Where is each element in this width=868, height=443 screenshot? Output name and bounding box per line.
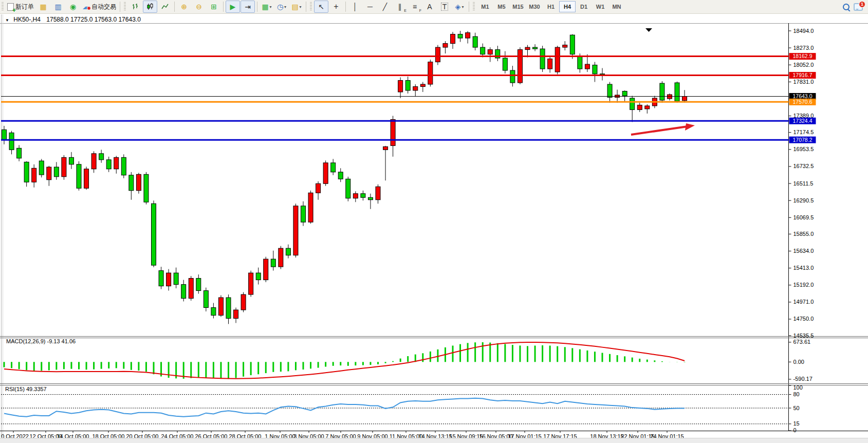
chart-window[interactable]: ▼ HK50-,H4 17588.0 17725.0 17563.0 17643… <box>0 13 868 438</box>
vertical-line-tool-button[interactable]: │ <box>348 1 362 13</box>
macd-axis-label: 0.00 <box>793 359 804 365</box>
timeframe-button-mn[interactable]: MN <box>608 1 625 12</box>
macd-axis-label: -590.17 <box>793 376 812 382</box>
candle <box>473 36 477 47</box>
arrows-icon: ◈ <box>455 3 461 10</box>
symbols-icon: ▦ <box>40 3 46 10</box>
candle <box>17 148 22 158</box>
chart-plot-area[interactable]: 18494.018273.018052.017831.017389.017174… <box>0 13 868 443</box>
text-tool-button[interactable]: A <box>422 1 437 13</box>
zoom-in-button[interactable]: ⊕ <box>177 1 191 13</box>
price-badge-text: 17916.7 <box>793 72 812 78</box>
candle <box>271 259 275 267</box>
periods-button[interactable]: ◷▾ <box>274 1 289 13</box>
candle <box>32 168 36 182</box>
vertical-line-icon: │ <box>353 3 358 10</box>
chart-candles-button[interactable] <box>143 1 157 13</box>
sound-alert-button[interactable]: ◉ <box>66 1 80 13</box>
rsi-indicator-label: RSI(15) 49.3357 <box>5 386 47 392</box>
rsi-axis-label: 0 <box>793 427 797 433</box>
candle <box>368 197 373 199</box>
channel-tool-button[interactable]: ∥E <box>393 1 407 13</box>
candle <box>204 291 208 308</box>
new-order-button[interactable]: + 新订单 <box>6 1 35 13</box>
candle <box>167 273 171 286</box>
zoom-out-button[interactable]: ⊖ <box>192 1 206 13</box>
chart-line-button[interactable] <box>158 1 172 13</box>
candle <box>398 80 403 91</box>
timeframe-button-m30[interactable]: M30 <box>526 1 543 12</box>
fibonacci-tool-button[interactable]: ≡F <box>408 1 422 13</box>
search-icon[interactable] <box>843 4 849 10</box>
candle <box>2 130 7 139</box>
timeframe-button-h1[interactable]: H1 <box>543 1 559 12</box>
rsi-axis-label: 80 <box>793 391 800 397</box>
price-axis-label: 15413.0 <box>793 265 814 271</box>
candle <box>91 154 96 169</box>
price-axis-label: 16290.5 <box>793 197 814 204</box>
price-axis-label: 15855.0 <box>793 231 814 237</box>
candle <box>443 44 448 47</box>
candle <box>607 84 612 97</box>
chevron-down-icon: ▾ <box>300 5 302 9</box>
candle <box>189 279 193 299</box>
candle <box>338 172 343 179</box>
candle <box>660 83 664 100</box>
chart-title: ▼ HK50-,H4 17588.0 17725.0 17563.0 17643… <box>5 16 141 23</box>
new-chart-button[interactable]: ▦▾ <box>260 1 274 13</box>
horizontal-line-tool-button[interactable]: ─ <box>363 1 377 13</box>
candle <box>174 273 178 284</box>
price-axis-label: 15192.0 <box>793 282 814 288</box>
candle <box>234 310 238 318</box>
arrows-tool-button[interactable]: ◈▾ <box>452 1 467 13</box>
rsi-line <box>4 398 685 417</box>
candle <box>405 80 410 90</box>
trendline-tool-button[interactable]: ╱ <box>378 1 392 13</box>
candle <box>458 34 463 38</box>
timeframe-button-h4[interactable]: H4 <box>559 1 576 12</box>
rsi-axis-label: 100 <box>793 384 803 391</box>
candle <box>84 169 89 188</box>
trend-arrow-head[interactable] <box>685 123 695 131</box>
timeframe-button-d1[interactable]: D1 <box>576 1 592 12</box>
fibonacci-icon: ≡ <box>413 3 417 10</box>
candle <box>316 183 321 193</box>
chat-bubble-icon[interactable]: 1 <box>854 3 863 11</box>
toolbar-drag-handle[interactable] <box>2 2 4 11</box>
candle <box>114 157 119 169</box>
candle <box>413 86 418 90</box>
candle <box>563 45 567 47</box>
chart-bars-button[interactable] <box>128 1 142 13</box>
text-label-tool-button[interactable]: T <box>437 1 452 13</box>
price-badge-text: 17570.6 <box>793 99 812 105</box>
crosshair-tool-button[interactable]: + <box>329 1 343 13</box>
timeframe-button-m15[interactable]: M15 <box>510 1 526 12</box>
candle <box>152 204 156 265</box>
timeframe-button-m5[interactable]: M5 <box>493 1 510 12</box>
new-chart-icon: ▦ <box>262 3 268 10</box>
candle <box>129 175 134 191</box>
rsi-panel <box>1 395 789 424</box>
profiles-button[interactable]: ▥ <box>51 1 65 13</box>
autotrading-button[interactable]: ☁ 自动交易 <box>81 1 118 13</box>
candle <box>286 248 290 255</box>
macd-signal-line <box>4 342 685 379</box>
candle <box>24 162 29 182</box>
timeframe-button-m1[interactable]: M1 <box>477 1 493 12</box>
rsi-axis-label: 50 <box>793 405 800 411</box>
tile-windows-button[interactable]: ⊞ <box>207 1 221 13</box>
candle <box>301 206 306 222</box>
chart-menu-arrow-icon[interactable]: ▼ <box>5 18 9 23</box>
templates-button[interactable]: ▤▾ <box>289 1 304 13</box>
tile-windows-icon: ⊞ <box>211 3 217 10</box>
trend-arrow-annotation[interactable] <box>631 126 688 135</box>
cursor-tool-button[interactable]: ↖ <box>314 1 328 13</box>
chart-shift-button[interactable]: ⇥ <box>241 1 255 13</box>
candle <box>548 59 552 69</box>
auto-scroll-button[interactable]: ▶ <box>226 1 240 13</box>
timeframe-button-w1[interactable]: W1 <box>592 1 608 12</box>
candle <box>420 84 425 86</box>
symbols-button[interactable]: ▦ <box>36 1 50 13</box>
chart-shift-icon: ⇥ <box>245 3 251 10</box>
candle <box>77 164 81 188</box>
